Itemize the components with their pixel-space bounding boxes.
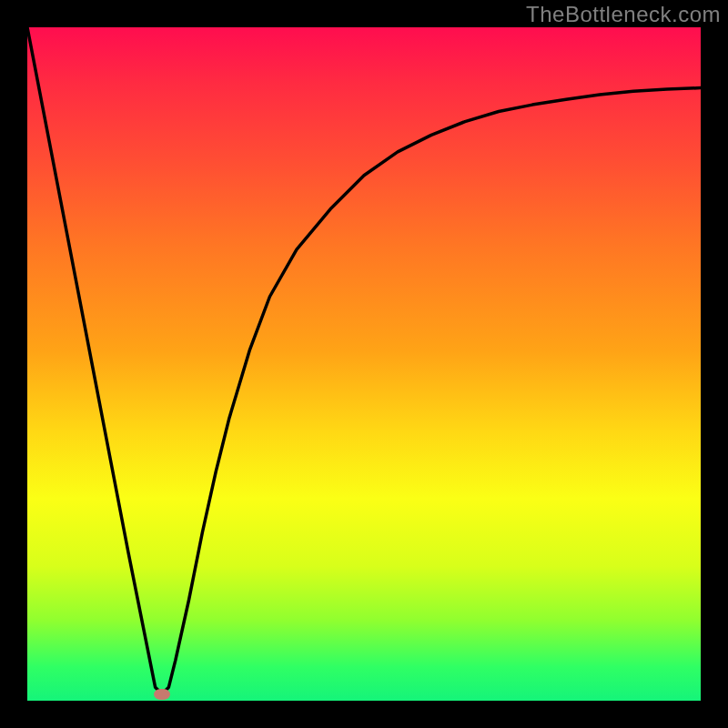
optimal-point-marker — [154, 689, 170, 700]
watermark-text: TheBottleneck.com — [526, 2, 721, 27]
chart-frame: TheBottleneck.com — [0, 0, 728, 728]
plot-area — [27, 27, 701, 701]
bottleneck-curve — [27, 27, 701, 701]
